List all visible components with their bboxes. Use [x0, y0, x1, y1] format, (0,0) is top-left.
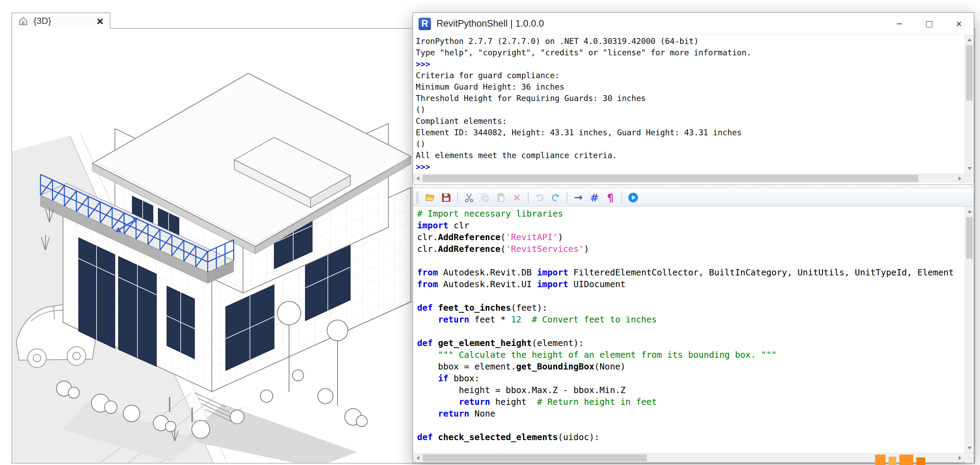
console-vscroll-thumb[interactable]	[966, 45, 973, 101]
console-line: IronPython 2.7.7 (2.7.7.0) on .NET 4.0.3…	[416, 36, 963, 47]
editor-hscroll-thumb[interactable]	[423, 454, 647, 462]
console-hscrollbar[interactable]	[413, 173, 974, 183]
copy-button[interactable]	[477, 190, 493, 205]
undo-button[interactable]	[532, 190, 547, 205]
code-lines: # Import necessary librariesimport clrcl…	[417, 208, 963, 443]
scroll-down-arrow-icon[interactable]	[965, 164, 974, 173]
console-lines: IronPython 2.7.7 (2.7.7.0) on .NET 4.0.3…	[416, 36, 963, 173]
code-line: from Autodesk.Revit.UI import UIDocument	[417, 279, 963, 290]
scrollbar-corner	[965, 453, 974, 463]
toolbar-grip[interactable]	[417, 192, 418, 203]
pilcrow-icon: ¶	[607, 192, 613, 204]
toolbar-separator	[457, 192, 458, 203]
code-line: return height # Return height in feet	[417, 396, 963, 408]
code-line	[417, 420, 963, 432]
code-line: def feet_to_inches(feet):	[417, 302, 963, 314]
scroll-up-arrow-icon[interactable]	[965, 206, 974, 216]
code-line: def check_selected_elements(uidoc):	[417, 432, 963, 443]
scroll-up-arrow-icon[interactable]	[965, 35, 974, 44]
paste-icon	[496, 192, 506, 203]
editor-vscrollbar[interactable]	[965, 206, 974, 453]
toolbar-separator	[567, 192, 567, 203]
console-line: All elements meet the compliance criteri…	[416, 150, 963, 161]
revitpythonshell-window: R RevitPythonShell | 1.0.0.0 − □ × IronP…	[413, 13, 974, 463]
code-editor[interactable]: # Import necessary librariesimport clrcl…	[413, 206, 974, 453]
revit-workspace: {3D} ×	[0, 0, 980, 465]
editor-toolbar: # ¶	[413, 189, 974, 206]
console-line: Element ID: 344082, Height: 43.31 inches…	[416, 127, 963, 138]
line-numbers-button[interactable]: #	[587, 190, 602, 205]
console-vscrollbar[interactable]	[965, 35, 974, 173]
code-line: return None	[417, 408, 963, 420]
code-line: bbox = element.get_BoundingBox(None)	[417, 361, 963, 373]
open-file-button[interactable]	[423, 190, 438, 205]
background-orange-artifact	[875, 453, 925, 465]
code-line	[417, 325, 963, 337]
hash-icon: #	[590, 192, 598, 204]
code-line: if bbox:	[417, 373, 963, 384]
window-title: RevitPythonShell | 1.0.0.0	[436, 18, 544, 29]
view-tab-3d[interactable]: {3D} ×	[11, 13, 110, 29]
shell-titlebar[interactable]: R RevitPythonShell | 1.0.0.0 − □ ×	[413, 13, 974, 35]
code-line: import clr	[417, 220, 963, 232]
console-line: Compliant elements:	[416, 116, 963, 127]
view-tab-label: {3D}	[33, 16, 51, 26]
scroll-left-arrow-icon[interactable]	[413, 453, 422, 463]
goto-arrow-icon	[573, 192, 584, 203]
undo-arrow-icon	[535, 192, 545, 203]
close-button[interactable]: ×	[944, 13, 974, 35]
scrollbar-corner	[965, 174, 974, 183]
cut-button[interactable]	[461, 190, 477, 205]
console-line: Criteria for guard compliance:	[416, 70, 963, 81]
scroll-right-arrow-icon[interactable]	[956, 174, 965, 183]
console-line: Minimum Guard Height: 36 inches	[416, 81, 963, 93]
code-line: # Import necessary libraries	[417, 208, 963, 220]
console-hscroll-thumb[interactable]	[423, 175, 918, 182]
delete-x-icon	[512, 192, 522, 203]
redo-button[interactable]	[548, 190, 563, 205]
code-line: clr.AddReference('RevitAPI')	[417, 232, 963, 243]
console-line: ()	[416, 104, 963, 116]
code-line: clr.AddReference('RevitServices')	[417, 243, 963, 255]
delete-button[interactable]	[509, 190, 525, 205]
goto-button[interactable]	[571, 190, 586, 205]
revitpythonshell-app-icon: R	[418, 17, 431, 30]
cut-icon	[464, 192, 474, 203]
console-line: Threshold Height for Requiring Guards: 3…	[416, 93, 963, 104]
code-line: return feet * 12 # Convert feet to inche…	[417, 314, 963, 325]
paste-button[interactable]	[493, 190, 509, 205]
save-button[interactable]	[439, 190, 454, 205]
editor-vscroll-thumb[interactable]	[966, 217, 973, 259]
paragraph-marks-button[interactable]: ¶	[603, 190, 618, 205]
code-line	[417, 290, 963, 302]
pane-splitter[interactable]	[413, 183, 974, 189]
code-line: def get_element_height(element):	[417, 337, 963, 349]
scroll-right-arrow-icon[interactable]	[956, 453, 965, 463]
scroll-left-arrow-icon[interactable]	[413, 174, 422, 183]
maximize-button[interactable]: □	[914, 13, 944, 35]
toolbar-separator	[621, 192, 622, 203]
console-line: Type "help", "copyright", "credits" or "…	[416, 47, 963, 59]
code-line	[417, 255, 963, 267]
save-icon	[441, 192, 452, 203]
console-line: >>>	[416, 59, 963, 70]
run-play-icon	[628, 192, 639, 203]
console-output[interactable]: IronPython 2.7.7 (2.7.7.0) on .NET 4.0.3…	[413, 35, 974, 173]
toolbar-separator	[528, 192, 528, 203]
console-line: >>>	[416, 161, 963, 173]
redo-arrow-icon	[550, 192, 561, 203]
open-folder-icon	[425, 192, 436, 203]
minimize-button[interactable]: −	[885, 13, 914, 35]
run-button[interactable]	[625, 190, 641, 205]
copy-icon	[480, 192, 490, 203]
view-tab-close-icon[interactable]: ×	[97, 16, 103, 26]
code-line: height = bbox.Max.Z - bbox.Min.Z	[417, 384, 963, 396]
console-line: ()	[416, 138, 963, 150]
scroll-down-arrow-icon[interactable]	[965, 444, 974, 453]
code-line: """ Calculate the height of an element f…	[417, 349, 963, 361]
home-icon	[18, 16, 28, 26]
code-line: from Autodesk.Revit.DB import FilteredEl…	[417, 267, 963, 279]
